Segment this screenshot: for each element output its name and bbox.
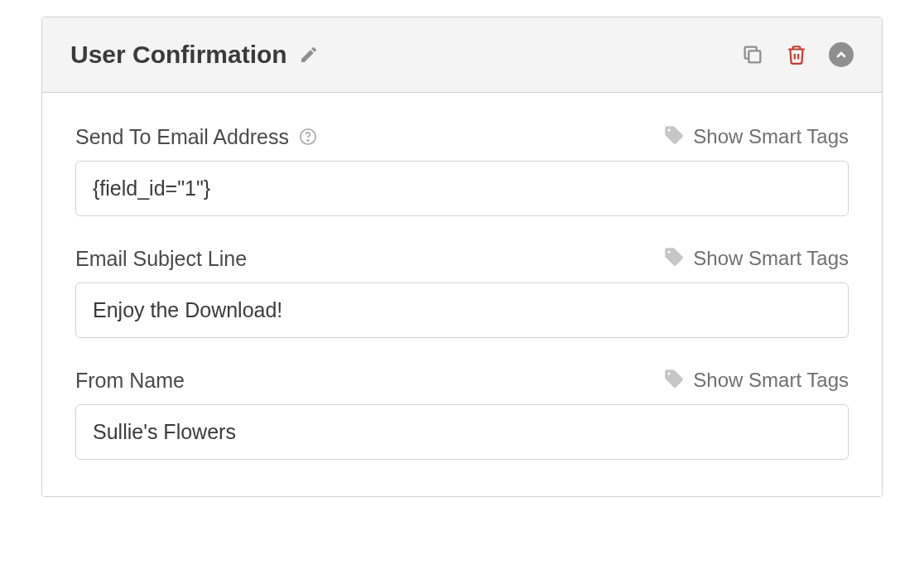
smart-tags-label: Show Smart Tags	[693, 125, 849, 148]
duplicate-icon[interactable]	[741, 43, 764, 66]
label-wrap: Email Subject Line	[75, 247, 247, 271]
svg-rect-0	[748, 51, 760, 62]
tag-icon	[663, 246, 685, 271]
field-send-to: Send To Email Address	[75, 124, 849, 216]
edit-icon[interactable]	[299, 45, 319, 65]
notification-panel: User Confirmation	[41, 17, 883, 497]
field-header: Email Subject Line Show Smart Tags	[75, 246, 849, 271]
from-name-input[interactable]	[75, 404, 849, 460]
show-smart-tags[interactable]: Show Smart Tags	[663, 124, 849, 149]
smart-tags-label: Show Smart Tags	[693, 369, 849, 392]
panel-header: User Confirmation	[42, 17, 882, 93]
field-header: Send To Email Address	[75, 124, 849, 149]
from-name-label: From Name	[75, 369, 185, 393]
subject-input[interactable]	[75, 282, 849, 338]
show-smart-tags[interactable]: Show Smart Tags	[663, 368, 849, 393]
tag-icon	[663, 368, 685, 393]
help-icon[interactable]	[299, 128, 317, 146]
tag-icon	[663, 124, 685, 149]
collapse-icon[interactable]	[829, 42, 854, 67]
panel-title: User Confirmation	[70, 41, 287, 69]
show-smart-tags[interactable]: Show Smart Tags	[663, 246, 849, 271]
field-subject: Email Subject Line Show Smart Tags	[75, 246, 849, 338]
send-to-label: Send To Email Address	[75, 125, 289, 149]
label-wrap: From Name	[75, 369, 185, 393]
field-from-name: From Name Show Smart Tags	[75, 368, 849, 460]
panel-body: Send To Email Address	[42, 93, 882, 496]
delete-icon[interactable]	[786, 44, 807, 65]
label-wrap: Send To Email Address	[75, 125, 317, 149]
svg-point-4	[307, 140, 308, 141]
panel-actions	[741, 42, 854, 67]
subject-label: Email Subject Line	[75, 247, 247, 271]
panel-title-wrap: User Confirmation	[70, 41, 319, 69]
send-to-input[interactable]	[75, 161, 849, 216]
field-header: From Name Show Smart Tags	[75, 368, 849, 393]
smart-tags-label: Show Smart Tags	[693, 247, 849, 270]
